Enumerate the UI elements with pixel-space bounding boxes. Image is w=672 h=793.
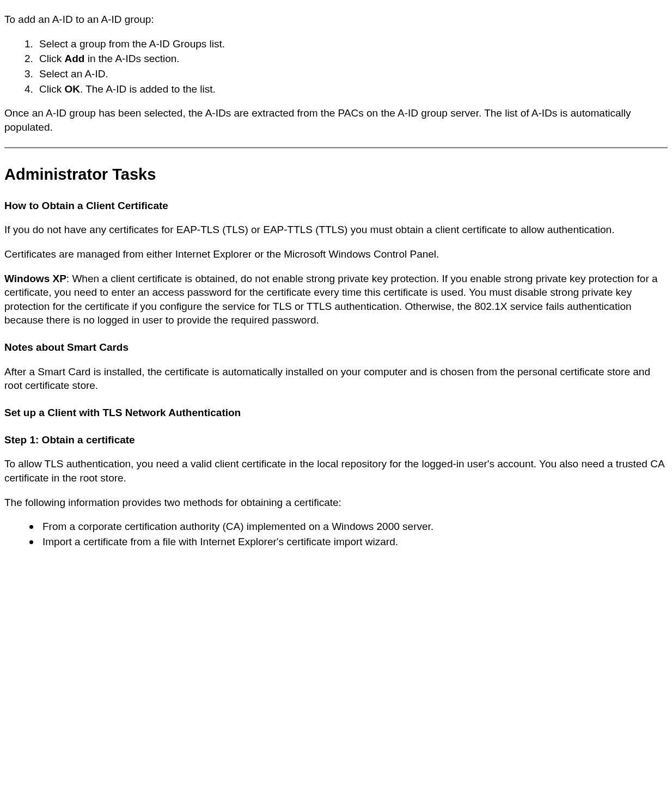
windows-xp-note: Windows XP: When a client certificate is… — [4, 272, 668, 328]
tls-setup-heading: Set up a Client with TLS Network Authent… — [4, 406, 668, 420]
admin-tasks-heading: Administrator Tasks — [4, 164, 668, 185]
smart-cards-p1: After a Smart Card is installed, the cer… — [4, 365, 668, 393]
step-2-pre: Click — [39, 53, 64, 64]
step-3: Select an A-ID. — [36, 67, 668, 81]
tls-step1-heading: Step 1: Obtain a certificate — [4, 433, 668, 447]
add-aid-steps: Select a group from the A-ID Groups list… — [36, 37, 668, 96]
obtain-cert-heading: How to Obtain a Client Certificate — [4, 199, 668, 213]
smart-cards-heading: Notes about Smart Cards — [4, 340, 668, 355]
step-2-post: in the A-IDs section. — [84, 53, 179, 64]
obtain-cert-p1: If you do not have any certificates for … — [4, 223, 668, 237]
cert-method-2: Import a certificate from a file with In… — [29, 535, 668, 549]
section-divider — [4, 147, 668, 149]
intro-lead: To add an A-ID to an A-ID group: — [4, 13, 668, 27]
step-4-bold: OK — [64, 83, 80, 95]
intro-after: Once an A-ID group has been selected, th… — [4, 106, 668, 134]
step-1: Select a group from the A-ID Groups list… — [36, 37, 668, 51]
step-2: Click Add in the A-IDs section. — [36, 52, 668, 66]
step-2-bold: Add — [64, 53, 84, 64]
windows-xp-label: Windows XP — [4, 273, 66, 284]
step-4: Click OK. The A-ID is added to the list. — [36, 82, 668, 96]
tls-p1: To allow TLS authentication, you need a … — [4, 457, 668, 485]
tls-p2: The following information provides two m… — [4, 496, 668, 510]
obtain-cert-p2: Certificates are managed from either Int… — [4, 247, 668, 261]
cert-methods-list: From a corporate certification authority… — [29, 520, 668, 548]
step-4-pre: Click — [39, 83, 64, 95]
step-4-post: . The A-ID is added to the list. — [80, 83, 216, 95]
windows-xp-text: : When a client certificate is obtained,… — [4, 273, 658, 326]
cert-method-1: From a corporate certification authority… — [29, 520, 668, 534]
